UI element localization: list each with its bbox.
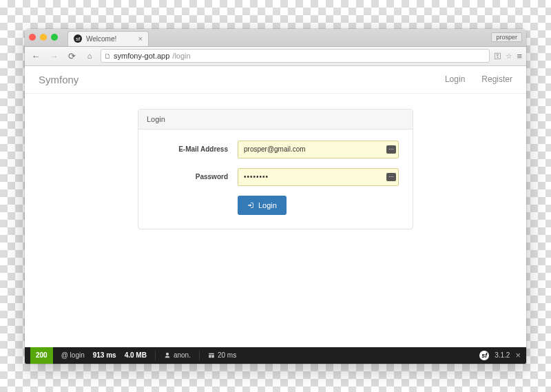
url-host: symfony-got.app — [114, 52, 169, 60]
browser-tab[interactable]: sf Welcome! × — [67, 31, 149, 46]
email-label: E-Mail Address — [152, 145, 228, 153]
browser-user-button[interactable]: prosper — [491, 32, 522, 42]
password-key-icon[interactable]: ⚿ — [494, 52, 501, 60]
email-field[interactable] — [238, 141, 399, 158]
separator — [155, 351, 156, 360]
debug-toolbar: 200 @ login 913 ms 4.0 MB anon. 20 ms sf… — [25, 347, 526, 364]
minimize-window-icon[interactable] — [40, 34, 47, 41]
symfony-logo-icon[interactable]: sf — [479, 351, 489, 360]
url-path: /login — [172, 52, 190, 60]
autofill-icon[interactable] — [386, 145, 396, 154]
back-button[interactable]: ← — [29, 49, 43, 63]
home-button[interactable]: ⌂ — [83, 49, 96, 63]
brand[interactable]: Symfony — [39, 74, 79, 85]
debug-route[interactable]: @ login — [61, 351, 85, 359]
browser-window: sf Welcome! × prosper ← → ⟳ ⌂ 🗋 symfony-… — [25, 29, 526, 364]
password-label: Password — [152, 173, 228, 180]
debug-user[interactable]: anon. — [164, 351, 191, 359]
debug-status[interactable]: 200 — [30, 347, 53, 364]
separator — [199, 351, 200, 360]
login-panel: Login E-Mail Address Password — [138, 109, 413, 229]
panel-heading: Login — [138, 110, 413, 130]
login-button-label: Login — [258, 201, 277, 209]
template-icon — [208, 352, 215, 359]
window-controls — [29, 29, 63, 46]
nav-right: Login Register — [445, 74, 512, 84]
tab-title: Welcome! — [86, 35, 116, 43]
bookmark-icon[interactable]: ☆ — [506, 52, 512, 61]
panel-body: E-Mail Address Password — [138, 130, 413, 229]
signin-icon — [247, 202, 254, 209]
page-icon: 🗋 — [104, 52, 111, 60]
user-icon — [164, 352, 171, 359]
password-field[interactable] — [238, 168, 399, 186]
debug-time[interactable]: 913 ms — [93, 351, 116, 359]
debug-version: 3.1.2 — [495, 351, 510, 359]
page-content: Symfony Login Register Login E-Mail Addr… — [25, 66, 526, 347]
browser-menu-icon[interactable]: ≡ — [517, 51, 522, 61]
address-bar[interactable]: 🗋 symfony-got.app/login — [101, 49, 490, 63]
tab-favicon: sf — [74, 34, 82, 43]
autofill-icon[interactable] — [386, 173, 396, 181]
close-tab-icon[interactable]: × — [138, 34, 143, 43]
reload-button[interactable]: ⟳ — [65, 49, 79, 63]
debug-memory[interactable]: 4.0 MB — [125, 351, 147, 359]
button-row: Login — [152, 196, 399, 215]
main-container: Login E-Mail Address Password — [25, 94, 526, 229]
debug-right: sf 3.1.2 × — [479, 350, 521, 360]
app-navbar: Symfony Login Register — [25, 66, 526, 94]
login-button[interactable]: Login — [238, 196, 287, 215]
password-input-wrap — [238, 168, 399, 186]
close-toolbar-icon[interactable]: × — [515, 350, 521, 360]
form-row-password: Password — [152, 168, 399, 186]
fullscreen-window-icon[interactable] — [51, 34, 58, 41]
tab-strip: sf Welcome! × prosper — [25, 29, 526, 47]
close-window-icon[interactable] — [29, 34, 36, 41]
email-input-wrap — [238, 141, 399, 158]
nav-login-link[interactable]: Login — [445, 74, 465, 84]
debug-render[interactable]: 20 ms — [208, 351, 236, 359]
browser-toolbar: ← → ⟳ ⌂ 🗋 symfony-got.app/login ⚿ ☆ ≡ — [25, 47, 526, 66]
form-row-email: E-Mail Address — [152, 141, 399, 158]
forward-button[interactable]: → — [47, 49, 61, 63]
nav-register-link[interactable]: Register — [481, 74, 512, 84]
